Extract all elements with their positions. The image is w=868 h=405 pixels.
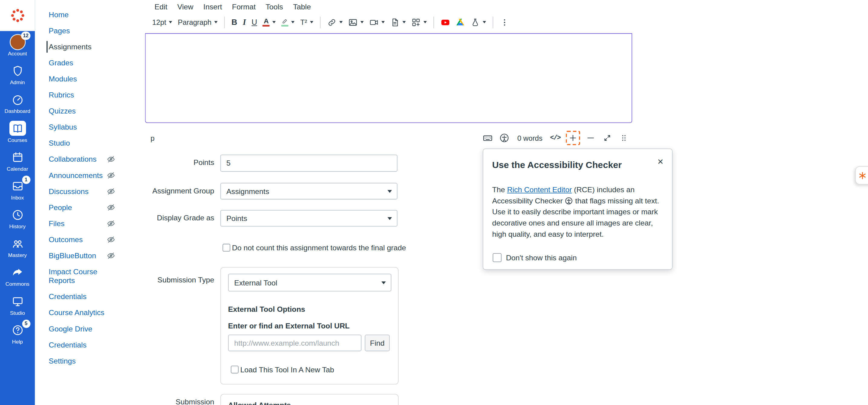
course-nav-modules[interactable]: Modules (35, 71, 145, 87)
globalnav-inbox[interactable]: 1 Inbox (0, 175, 35, 204)
toolbar-overflow-button[interactable] (497, 16, 512, 28)
chevron-down-icon (214, 21, 217, 23)
menu-insert[interactable]: Insert (198, 1, 227, 12)
rce-menubar: Edit View Insert Format Tools Table (145, 0, 632, 12)
assignment-group-select[interactable]: Assignments (220, 183, 397, 200)
load-in-new-tab-checkbox[interactable] (231, 366, 239, 374)
toolbar-separator (433, 16, 434, 28)
calendar-icon (11, 151, 24, 163)
find-tool-button[interactable]: Find (365, 335, 390, 351)
course-nav-people[interactable]: People (35, 200, 145, 215)
course-nav-pages[interactable]: Pages (35, 23, 145, 39)
flask-icon (470, 18, 480, 27)
bold-button[interactable]: B (229, 16, 240, 28)
course-nav-grades[interactable]: Grades (35, 55, 145, 71)
superscript-button[interactable]: T² (298, 16, 316, 28)
fullscreen-button[interactable] (601, 132, 613, 144)
course-nav-studio[interactable]: Studio (35, 135, 145, 151)
underline-button[interactable]: U (249, 16, 260, 28)
omit-final-grade-checkbox[interactable] (223, 244, 230, 252)
external-tool-url-input[interactable] (228, 335, 362, 351)
document-button[interactable] (388, 16, 409, 28)
menu-tools[interactable]: Tools (261, 1, 288, 12)
display-grade-as-select[interactable]: Points (220, 210, 397, 227)
course-nav-home[interactable]: Home (35, 7, 145, 23)
course-nav-syllabus[interactable]: Syllabus (35, 119, 145, 135)
rce-editing-area[interactable] (145, 33, 632, 123)
accessibility-checker-button[interactable] (498, 132, 510, 144)
popup-close-button[interactable]: × (654, 155, 666, 168)
course-nav-quizzes[interactable]: Quizzes (35, 103, 145, 119)
course-nav-discussions[interactable]: Discussions (35, 183, 145, 200)
dont-show-again-checkbox[interactable] (493, 253, 501, 262)
canvas-logo-icon (9, 7, 26, 24)
rich-content-editor-link[interactable]: Rich Content Editor (507, 185, 572, 194)
html-editor-toggle[interactable]: </> (549, 132, 561, 144)
tools-button[interactable] (468, 16, 489, 28)
people-icon (11, 237, 24, 250)
globalnav-commons[interactable]: Commons (0, 262, 35, 290)
globalnav-mastery[interactable]: Mastery (0, 233, 35, 262)
clock-icon (11, 208, 24, 221)
text-color-button[interactable]: A (260, 16, 279, 28)
course-nav-rubrics[interactable]: Rubrics (35, 87, 145, 103)
collapse-toolbar-button[interactable] (585, 132, 597, 144)
course-nav-course-analytics[interactable]: Course Analytics (35, 305, 145, 321)
menu-edit[interactable]: Edit (149, 1, 173, 12)
course-nav-outcomes[interactable]: Outcomes (35, 232, 145, 248)
course-nav-google-drive[interactable]: Google Drive (35, 321, 145, 337)
course-nav-settings[interactable]: Settings (35, 353, 145, 369)
shield-icon (11, 64, 24, 77)
add-content-button[interactable] (566, 131, 580, 145)
side-panel-tab[interactable] (855, 166, 868, 184)
apps-button[interactable] (408, 16, 430, 28)
document-icon (390, 18, 400, 27)
popup-title: Use the Accessibility Checker (492, 160, 622, 170)
toolbar-separator (493, 16, 493, 28)
italic-button[interactable]: I (240, 16, 249, 28)
paragraph-style-button[interactable]: Paragraph (175, 16, 220, 28)
menu-table[interactable]: Table (288, 1, 316, 12)
eye-off-icon (107, 155, 115, 164)
google-drive-button[interactable] (453, 16, 468, 28)
globalnav-help[interactable]: 5 Help (0, 319, 35, 348)
globalnav-account[interactable]: 12 Account (0, 31, 35, 60)
points-input[interactable] (220, 155, 397, 172)
canvas-logo[interactable] (0, 0, 35, 31)
image-button[interactable] (345, 16, 367, 28)
canvas-assignment-edit-page: 12 Account Admin Dashboard Courses Calen… (0, 0, 868, 405)
globalnav-dashboard[interactable]: Dashboard (0, 89, 35, 117)
drag-dots-icon (619, 133, 629, 143)
globalnav-admin[interactable]: Admin (0, 60, 35, 89)
assignment-group-label: Assignment Group (145, 187, 214, 195)
course-nav-credentials-2[interactable]: Credentials (35, 337, 145, 353)
chevron-down-icon (483, 21, 486, 23)
course-nav-impact-course-reports[interactable]: Impact Course Reports (35, 264, 145, 288)
link-icon (327, 18, 336, 27)
font-size-button[interactable]: 12pt (149, 16, 175, 28)
course-nav-announcements[interactable]: Announcements (35, 167, 145, 183)
globalnav-calendar[interactable]: Calendar (0, 146, 35, 175)
youtube-button[interactable] (438, 16, 453, 28)
media-button[interactable] (366, 16, 388, 28)
keyboard-shortcuts-button[interactable] (482, 132, 494, 144)
globalnav-studio[interactable]: Studio (0, 290, 35, 319)
resize-handle[interactable] (618, 132, 630, 144)
course-nav-collaborations[interactable]: Collaborations (35, 151, 145, 167)
globalnav-courses[interactable]: Courses (0, 117, 35, 146)
course-nav-credentials[interactable]: Credentials (35, 289, 145, 305)
menu-view[interactable]: View (173, 1, 198, 12)
submission-type-select[interactable]: External Tool (228, 273, 391, 291)
course-nav-assignments[interactable]: Assignments (35, 39, 145, 55)
accessibility-icon (500, 133, 509, 143)
chevron-down-icon (424, 21, 427, 23)
course-nav-bigbluebutton[interactable]: BigBlueButton (35, 248, 145, 264)
course-nav-files[interactable]: Files (35, 215, 145, 232)
youtube-icon (441, 18, 450, 27)
link-button[interactable] (324, 16, 345, 28)
menu-format[interactable]: Format (227, 1, 261, 12)
accessibility-icon (565, 197, 573, 205)
eye-off-icon (107, 187, 115, 196)
highlight-color-button[interactable] (279, 16, 298, 28)
globalnav-history[interactable]: History (0, 204, 35, 233)
